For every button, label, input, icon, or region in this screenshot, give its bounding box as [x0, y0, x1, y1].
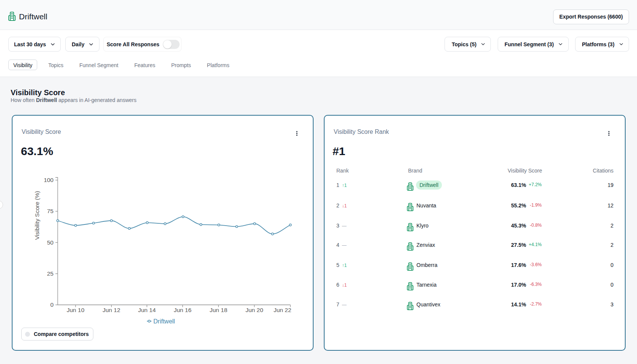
svg-text:0: 0: [50, 301, 54, 308]
svg-text:Jun 14: Jun 14: [138, 307, 156, 313]
svg-text:50: 50: [47, 239, 54, 246]
svg-text:75: 75: [47, 208, 54, 214]
svg-text:Jun 22: Jun 22: [274, 307, 292, 313]
svg-text:Jun 18: Jun 18: [210, 307, 227, 313]
svg-text:Jun 16: Jun 16: [174, 307, 192, 313]
svg-text:100: 100: [44, 177, 54, 183]
svg-text:Driftwell: Driftwell: [153, 318, 175, 325]
svg-text:Jun 10: Jun 10: [67, 307, 85, 313]
svg-text:Jun 20: Jun 20: [246, 307, 263, 313]
svg-text:25: 25: [47, 270, 54, 277]
svg-text:Jun 12: Jun 12: [102, 307, 120, 313]
svg-text:Visibility Score (%): Visibility Score (%): [34, 191, 40, 240]
